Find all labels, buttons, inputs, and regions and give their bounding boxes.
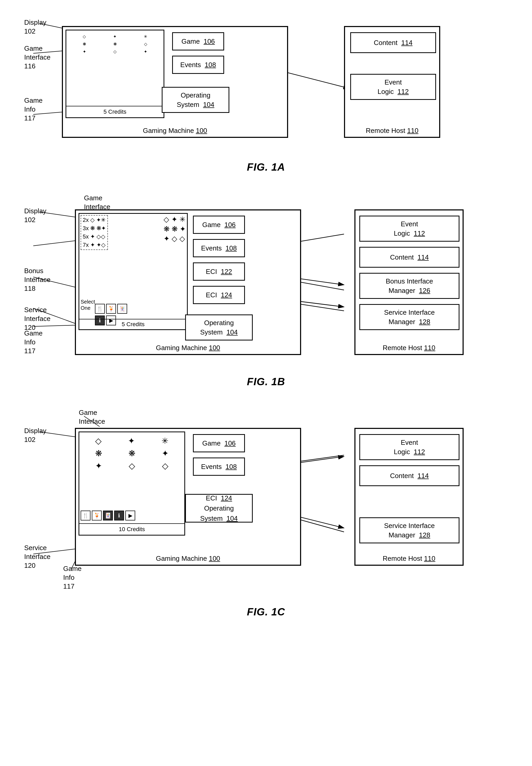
service-manager-box-1c: Service InterfaceManager 128 [359, 517, 459, 543]
game-box-1c: Game 106 [193, 434, 245, 452]
drink-icon-box: 🍹 [106, 304, 116, 314]
display-area-1a: ◇ ✦ ✳ ❋ ❋ ◇ ✦ ◇ ✦ [66, 30, 164, 118]
symbol-row3: ✦ ◇ ✦ [66, 47, 164, 54]
game-box-1a: Game 106 [172, 32, 224, 50]
game-info-label-1b: GameInfo117 [24, 329, 43, 355]
display-area-1b: 2x◇✦✳ 3x❋❋✦ 5x✦◇◇ 7x✦✦◇ ◇✦✳ ❋❋✦ ✦◇◇ Sele… [79, 213, 188, 330]
fig1c-label: FIG. 1C [10, 606, 522, 618]
mult-7x: 7x✦✦◇ [83, 242, 106, 248]
select-one-label-1b: SelectOne [81, 298, 95, 311]
display-area-1c: ◇ ✦ ✳ ❋ ❋ ✦ ✦ ◇ ◇ [79, 432, 185, 536]
sym-row3: ✦◇◇ [164, 234, 186, 243]
card-icon-c: 🃏 [103, 511, 113, 521]
display-label-1c: Display102 [24, 427, 46, 444]
figure-1a-section: Display102 GameInterface116 GameInfo117 … [10, 10, 522, 173]
fig1b-container: Display102 GameInterface116 BonusInterfa… [19, 188, 513, 370]
fig1a-label: FIG. 1A [10, 161, 522, 173]
fig1c-container: Display102 GameInterface116 ServiceInter… [19, 403, 513, 601]
drink-icon-c: 🍹 [92, 511, 102, 521]
star-sym: ✦ [113, 34, 116, 39]
fig1a-container: Display102 GameInterface116 GameInfo117 … [19, 10, 513, 156]
service-manager-box-1b: Service InterfaceManager 128 [359, 304, 459, 330]
mult-3x: 3x❋❋✦ [83, 225, 106, 232]
starburst1: ❋ [83, 42, 86, 47]
remote-host-label-1b: Remote Host 110 [383, 344, 435, 352]
gaming-machine-label-1a: Gaming Machine 100 [143, 127, 207, 135]
fork-icon-c: 🍴 [81, 511, 90, 521]
fig1b-label: FIG. 1B [10, 376, 522, 388]
eci124-box-1b: ECI 124 [193, 286, 245, 304]
gaming-machine-box-1a: ◇ ✦ ✳ ❋ ❋ ◇ ✦ ◇ ✦ [62, 26, 288, 138]
star3: ✦ [144, 49, 147, 54]
sym-row2-c: ❋ ❋ ✦ [79, 446, 184, 458]
credits-bar-1a: 5 Credits [66, 106, 164, 117]
svg-line-25 [33, 240, 76, 246]
figure-1c-section: Display102 GameInterface116 ServiceInter… [10, 403, 522, 618]
display-label-1a: Display102 [24, 18, 46, 36]
diamond2: ◇ [144, 42, 147, 47]
display-label-1b: Display102 [24, 207, 46, 224]
os-box-1b: OperatingSystem 104 [185, 314, 253, 340]
game-info-label-1a: GameInfo117 [24, 96, 43, 122]
os-box-1a: OperatingSystem 104 [162, 87, 229, 113]
gaming-machine-label-1c: Gaming Machine 100 [156, 555, 220, 563]
remote-host-label-1a: Remote Host 110 [366, 127, 418, 135]
figure-1b-section: Display102 GameInterface116 BonusInterfa… [10, 188, 522, 388]
event-logic-box-1c: EventLogic 112 [359, 434, 459, 460]
mult-5x: 5x✦◇◇ [83, 233, 106, 240]
credits-bar-1c: 10 Credits [79, 523, 184, 535]
symbol-row1: ◇ ✦ ✳ [66, 30, 164, 39]
content-box-1b: Content 114 [359, 247, 459, 268]
sun-sym: ✳ [144, 34, 147, 39]
sym-row1: ◇✦✳ [164, 215, 186, 224]
eci124-os-box-1c: ECI 124OperatingSystem 104 [185, 494, 253, 523]
service-icons-1c: 🍴 🍹 🃏 ℹ ▶ [81, 511, 135, 521]
remote-host-box-1b: EventLogic 112 Content 114 Bonus Interfa… [354, 209, 464, 355]
card-icon-box: 🃏 [117, 304, 127, 314]
fork-icon-box: 🍴 [95, 304, 105, 314]
service-interface-label-1c: ServiceInterface120 [24, 544, 50, 570]
sym-row2: ❋❋✦ [164, 225, 186, 233]
multiplier-list-1b: 2x◇✦✳ 3x❋❋✦ 5x✦◇◇ 7x✦✦◇ [81, 215, 108, 250]
eci122-box-1b: ECI 122 [193, 262, 245, 281]
service-icons-row1-1b: 🍴 🍹 🃏 [95, 304, 127, 314]
gaming-machine-box-1c: ◇ ✦ ✳ ❋ ❋ ✦ ✦ ◇ ◇ [75, 428, 301, 566]
event-logic-box-1b: EventLogic 112 [359, 216, 459, 242]
events-box-1b: Events 108 [193, 239, 245, 257]
gaming-machine-label-1b: Gaming Machine 100 [156, 344, 220, 352]
info-icon-c: ℹ [114, 511, 124, 521]
diamond-sym: ◇ [83, 34, 86, 39]
bonus-manager-box-1b: Bonus InterfaceManager 126 [359, 273, 459, 299]
arrow-icon-c: ▶ [125, 511, 135, 521]
sym-row3-c: ✦ ◇ ◇ [79, 458, 184, 471]
event-logic-box-1a: EventLogic 112 [350, 74, 436, 100]
content-box-1c: Content 114 [359, 465, 459, 486]
service-interface-label-1b: ServiceInterface120 [24, 305, 50, 332]
events-box-1c: Events 108 [193, 458, 245, 476]
credits-bar-1b: 5 Credits [79, 319, 187, 329]
gaming-machine-box-1b: 2x◇✦✳ 3x❋❋✦ 5x✦◇◇ 7x✦✦◇ ◇✦✳ ❋❋✦ ✦◇◇ Sele… [75, 209, 301, 355]
game-box-1b: Game 106 [193, 216, 245, 234]
starburst2: ❋ [113, 42, 117, 47]
mult-2x: 2x◇✦✳ [83, 217, 106, 223]
events-box-1a: Events 108 [172, 56, 224, 74]
remote-host-label-1c: Remote Host 110 [383, 555, 435, 563]
page-container: Display102 GameInterface116 GameInfo117 … [0, 0, 532, 766]
game-info-label-1c: GameInfo117 [63, 565, 82, 591]
right-symbols-1b: ◇✦✳ ❋❋✦ ✦◇◇ [164, 215, 186, 243]
game-interface-label-1a: GameInterface116 [24, 44, 50, 70]
content-box-1a: Content 114 [350, 32, 436, 53]
remote-host-box-1a: Content 114 EventLogic 112 Remote Host 1… [344, 26, 440, 138]
bonus-interface-label-1b: BonusInterface118 [24, 266, 50, 293]
sym-row1-c: ◇ ✦ ✳ [79, 432, 184, 446]
diamond3: ◇ [113, 49, 116, 54]
symbol-row2: ❋ ❋ ◇ [66, 39, 164, 47]
star2: ✦ [83, 49, 86, 54]
remote-host-box-1c: EventLogic 112 Content 114 Service Inter… [354, 428, 464, 566]
